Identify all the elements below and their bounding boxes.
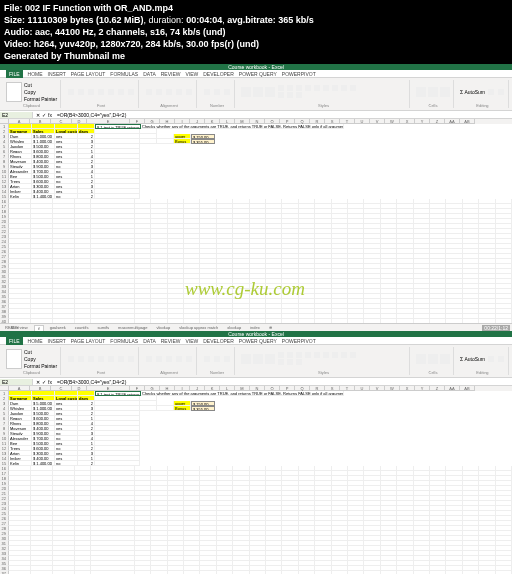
cell-style-swatch[interactable] — [323, 85, 329, 91]
wrap-text-button[interactable] — [176, 356, 182, 362]
new-sheet-button[interactable]: ⊕ — [266, 325, 275, 330]
cell-style-swatch[interactable] — [296, 352, 302, 358]
name-box[interactable]: E2 — [0, 379, 33, 385]
ribbon-tab-power-query[interactable]: POWER QUERY — [239, 338, 277, 344]
cell-style-swatch[interactable] — [332, 85, 338, 91]
cell-style-swatch[interactable] — [287, 85, 293, 91]
number-format-button[interactable] — [204, 89, 210, 95]
formula-bar[interactable]: =OR(B4>3000,C4="yes",D4<2) — [55, 112, 512, 118]
cell-style-swatch[interactable] — [332, 352, 338, 358]
font-color-button[interactable] — [128, 356, 134, 362]
sort-filter-button[interactable] — [488, 89, 494, 95]
name-box[interactable]: E2 — [0, 112, 33, 118]
border-button[interactable] — [108, 356, 114, 362]
copy-button[interactable]: Copy — [24, 89, 57, 95]
cell-style-swatch[interactable] — [341, 352, 347, 358]
ribbon-tab-formulas[interactable]: FORMULAS — [110, 338, 138, 344]
autosum-button[interactable]: Σ AutoSum — [460, 89, 485, 95]
fill-color-button[interactable] — [118, 356, 124, 362]
ribbon-tab-formulas[interactable]: FORMULAS — [110, 71, 138, 77]
insert-cell-button[interactable] — [416, 87, 426, 97]
sheet-tab-if[interactable]: if — [34, 325, 44, 331]
ribbon-tab-data[interactable]: DATA — [143, 71, 156, 77]
bold-button[interactable] — [78, 356, 84, 362]
paste-button[interactable] — [6, 82, 22, 102]
cancel-icon[interactable]: ✕ — [36, 379, 40, 385]
cell-style-swatch[interactable] — [287, 352, 293, 358]
ribbon-tab-home[interactable]: HOME — [28, 338, 43, 344]
ribbon-tab-insert[interactable]: INSERT — [48, 71, 66, 77]
autosum-button[interactable]: Σ AutoSum — [460, 356, 485, 362]
insert-cell-button[interactable] — [416, 354, 426, 364]
cell-style-swatch[interactable] — [350, 85, 356, 91]
ribbon-tab-insert[interactable]: INSERT — [48, 338, 66, 344]
sheet-tab-goalseek[interactable]: goalseek — [47, 325, 69, 330]
border-button[interactable] — [108, 89, 114, 95]
cell-style-swatch[interactable] — [341, 85, 347, 91]
cell-style-swatch[interactable] — [278, 85, 284, 91]
cell-style-swatch[interactable] — [287, 92, 293, 98]
ribbon-tab-developer[interactable]: DEVELOPER — [203, 338, 234, 344]
ribbon-tab-page-layout[interactable]: PAGE LAYOUT — [71, 71, 106, 77]
sheet-tab-sumifs[interactable]: sumifs — [94, 325, 112, 330]
ribbon-tab-page-layout[interactable]: PAGE LAYOUT — [71, 338, 106, 344]
format-cell-button[interactable] — [440, 87, 450, 97]
delete-cell-button[interactable] — [428, 354, 438, 364]
ribbon-tab-data[interactable]: DATA — [143, 338, 156, 344]
find-select-button[interactable] — [498, 89, 504, 95]
align-left-button[interactable] — [146, 356, 152, 362]
copy-button[interactable]: Copy — [24, 356, 57, 362]
ribbon-tab-file[interactable]: FILE — [6, 337, 23, 345]
delete-cell-button[interactable] — [428, 87, 438, 97]
underline-button[interactable] — [98, 356, 104, 362]
fill-color-button[interactable] — [118, 89, 124, 95]
align-center-button[interactable] — [156, 356, 162, 362]
format-table-button[interactable] — [253, 87, 263, 97]
format-cell-button[interactable] — [440, 354, 450, 364]
sort-filter-button[interactable] — [488, 356, 494, 362]
cell-style-swatch[interactable] — [278, 92, 284, 98]
cell-styles-button[interactable] — [265, 354, 275, 364]
fx-icon[interactable]: fx — [48, 112, 52, 118]
cancel-icon[interactable]: ✕ — [36, 112, 40, 118]
percent-button[interactable] — [214, 356, 220, 362]
fx-icon[interactable]: fx — [48, 379, 52, 385]
cell-style-swatch[interactable] — [278, 359, 284, 365]
cell-style-swatch[interactable] — [287, 359, 293, 365]
italic-button[interactable] — [88, 89, 94, 95]
conditional-formatting-button[interactable] — [241, 87, 251, 97]
conditional-formatting-button[interactable] — [241, 354, 251, 364]
bold-button[interactable] — [78, 89, 84, 95]
cell-styles-button[interactable] — [265, 87, 275, 97]
ribbon-tab-home[interactable]: HOME — [28, 71, 43, 77]
italic-button[interactable] — [88, 356, 94, 362]
ribbon-tab-view[interactable]: VIEW — [185, 338, 198, 344]
align-right-button[interactable] — [166, 356, 172, 362]
cell-style-swatch[interactable] — [296, 359, 302, 365]
merge-button[interactable] — [186, 89, 192, 95]
enter-icon[interactable]: ✓ — [42, 112, 46, 118]
underline-button[interactable] — [98, 89, 104, 95]
cell-style-swatch[interactable] — [305, 85, 311, 91]
sheet-tab-index[interactable]: index — [247, 325, 263, 330]
cell-style-swatch[interactable] — [323, 352, 329, 358]
ribbon-tab-view[interactable]: VIEW — [185, 71, 198, 77]
ribbon-tab-developer[interactable]: DEVELOPER — [203, 71, 234, 77]
font-color-button[interactable] — [128, 89, 134, 95]
align-left-button[interactable] — [146, 89, 152, 95]
sheet-tab-vlookup[interactable]: vlookup — [153, 325, 173, 330]
formula-bar[interactable]: =OR(B4>3000,C4="yes",D4<2) — [55, 379, 512, 385]
cell-style-swatch[interactable] — [314, 352, 320, 358]
align-center-button[interactable] — [156, 89, 162, 95]
cell-style-swatch[interactable] — [296, 92, 302, 98]
cell-style-swatch[interactable] — [314, 85, 320, 91]
cell-style-swatch[interactable] — [278, 352, 284, 358]
ribbon-tab-file[interactable]: FILE — [6, 70, 23, 78]
enter-icon[interactable]: ✓ — [42, 379, 46, 385]
merge-button[interactable] — [186, 356, 192, 362]
sheet-tab-countifs[interactable]: countifs — [72, 325, 92, 330]
sheet-tab-vlookup-approx-match[interactable]: vlookup approx match — [176, 325, 221, 330]
font-button[interactable] — [68, 89, 74, 95]
font-button[interactable] — [68, 356, 74, 362]
cut-button[interactable]: Cut — [24, 349, 57, 355]
